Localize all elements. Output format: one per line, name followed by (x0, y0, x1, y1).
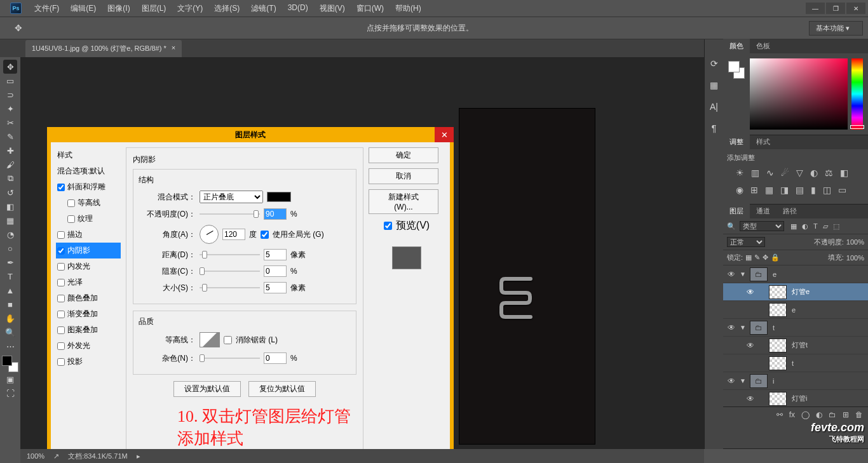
fg-color[interactable] (2, 356, 12, 366)
satin-checkbox[interactable] (57, 279, 65, 286)
filter-smart-icon[interactable]: ⬚ (833, 222, 839, 231)
layer-fx-icon[interactable]: fx (789, 410, 795, 419)
document-tab[interactable]: 1U45UV8-1.jpg @ 100% (灯管e, RGB/8#) * × (25, 40, 182, 57)
blend-mode-layer-select[interactable]: 正常 (727, 237, 765, 247)
heal-tool[interactable]: ✚ (3, 144, 17, 158)
layer-thumbnail[interactable]: 🗀 (750, 321, 768, 335)
pattern-overlay-checkbox[interactable] (57, 326, 65, 334)
angle-input[interactable]: 120 (222, 229, 245, 240)
shadow-color-swatch[interactable] (267, 192, 291, 202)
balance-icon[interactable]: ⚖ (825, 168, 833, 178)
minimize-button[interactable]: — (806, 3, 825, 14)
style-bevel[interactable]: 斜面和浮雕 (56, 179, 121, 195)
share-icon[interactable]: ↗ (53, 452, 59, 460)
style-gradient-overlay[interactable]: 渐变叠加 (56, 306, 121, 322)
swatches-tab[interactable]: 色板 (750, 39, 776, 53)
contour-checkbox[interactable] (67, 199, 75, 207)
menu-type[interactable]: 文字(Y) (172, 1, 208, 17)
eraser-tool[interactable]: ◧ (3, 199, 17, 213)
layers-tab[interactable]: 图层 (723, 204, 750, 218)
layer-name[interactable]: e (789, 306, 865, 314)
color-tab[interactable]: 颜色 (723, 39, 750, 53)
vibrance-icon[interactable]: ▽ (796, 168, 803, 178)
stamp-tool[interactable]: ⧉ (3, 171, 17, 185)
window-close-button[interactable]: ✕ (846, 3, 865, 14)
bevel-checkbox[interactable] (57, 184, 65, 191)
type-tool[interactable]: T (3, 269, 17, 283)
menu-filter[interactable]: 滤镜(T) (246, 1, 281, 17)
channels-tab[interactable]: 通道 (750, 204, 776, 218)
lock-pos-icon[interactable]: ✥ (763, 253, 768, 262)
blur-tool[interactable]: ◔ (3, 227, 17, 241)
layer-thumbnail[interactable] (769, 339, 787, 352)
visibility-toggle[interactable]: 👁 (726, 270, 737, 279)
selective-icon[interactable]: ◫ (823, 185, 831, 195)
quickmask-tool[interactable]: ▣ (3, 372, 17, 386)
size-input[interactable]: 5 (264, 282, 287, 293)
gradient-map-icon[interactable]: ▭ (838, 185, 846, 195)
layer-item[interactable]: 👁▼🗀e (723, 265, 868, 283)
inner-shadow-checkbox[interactable] (57, 247, 65, 255)
lock-trans-icon[interactable]: ▦ (745, 253, 752, 262)
style-stroke[interactable]: 描边 (56, 227, 121, 243)
history-icon[interactable]: ⟳ (710, 58, 718, 69)
hue-icon[interactable]: ◐ (810, 168, 818, 178)
exposure-icon[interactable]: ☄ (781, 168, 789, 178)
style-blend-default[interactable]: 混合选项:默认 (56, 163, 121, 179)
new-style-button[interactable]: 新建样式(W)... (369, 189, 438, 214)
edit-toolbar[interactable]: ⋯ (3, 339, 17, 353)
style-color-overlay[interactable]: 颜色叠加 (56, 290, 121, 306)
filter-type-icon[interactable]: T (813, 222, 818, 231)
lookup-icon[interactable]: ▦ (765, 185, 773, 195)
delete-layer-icon[interactable]: 🗑 (855, 410, 863, 419)
gradient-overlay-checkbox[interactable] (57, 311, 65, 318)
layer-item[interactable]: 👁▼🗀i (723, 372, 868, 390)
menu-image[interactable]: 图像(I) (102, 1, 135, 17)
style-satin[interactable]: 光泽 (56, 274, 121, 290)
history-brush-tool[interactable]: ↺ (3, 185, 17, 199)
curves-icon[interactable]: ∿ (766, 168, 774, 178)
blend-mode-select[interactable]: 正片叠底 (200, 191, 263, 203)
visibility-toggle[interactable]: 👁 (726, 323, 737, 332)
layer-thumbnail[interactable] (769, 356, 787, 370)
noise-slider[interactable] (200, 354, 260, 363)
filter-shape-icon[interactable]: ▱ (823, 222, 828, 231)
color-overlay-checkbox[interactable] (57, 295, 65, 302)
hue-slider[interactable] (851, 58, 863, 130)
menu-3d[interactable]: 3D(D) (283, 1, 313, 17)
layer-opacity-value[interactable]: 100% (846, 238, 864, 246)
gradient-tool[interactable]: ▦ (3, 213, 17, 227)
threshold-icon[interactable]: ▮ (811, 185, 816, 195)
paragraph-icon[interactable]: ¶ (712, 123, 717, 133)
mini-fgbg[interactable] (728, 58, 746, 130)
opacity-input[interactable]: 90 (264, 208, 287, 220)
stroke-checkbox[interactable] (57, 231, 65, 239)
group-arrow[interactable]: ▼ (740, 271, 747, 278)
layer-item[interactable]: 👁灯管i (723, 390, 868, 406)
adjustments-tab[interactable]: 调整 (723, 135, 750, 149)
menu-edit[interactable]: 编辑(E) (65, 1, 101, 17)
photo-filter-icon[interactable]: ◉ (736, 185, 743, 195)
group-arrow[interactable]: ▼ (740, 324, 747, 331)
preview-checkbox[interactable] (384, 222, 392, 230)
fill-value[interactable]: 100% (846, 254, 864, 262)
crop-tool[interactable]: ✂ (3, 116, 17, 130)
antialias-checkbox[interactable] (224, 336, 232, 344)
invert-icon[interactable]: ◨ (780, 185, 789, 195)
menu-help[interactable]: 帮助(H) (390, 1, 426, 17)
distance-slider[interactable] (200, 250, 260, 259)
choke-slider[interactable] (200, 267, 260, 276)
menu-window[interactable]: 窗口(W) (351, 1, 389, 17)
layer-item[interactable]: e (723, 301, 868, 319)
doc-info[interactable]: 文档:834.1K/5.71M (68, 452, 128, 461)
layer-name[interactable]: 灯管e (789, 287, 865, 297)
brush-tool[interactable]: 🖌 (3, 158, 17, 171)
document-tab-close[interactable]: × (172, 44, 175, 53)
style-drop-shadow[interactable]: 投影 (56, 354, 121, 370)
maximize-button[interactable]: ❐ (826, 3, 845, 14)
layer-item[interactable]: t (723, 354, 868, 372)
brush-panel-icon[interactable]: ▦ (710, 80, 718, 90)
set-default-button[interactable]: 设置为默认值 (173, 381, 241, 397)
shape-tool[interactable]: ■ (3, 297, 17, 311)
opacity-slider[interactable] (200, 210, 260, 218)
